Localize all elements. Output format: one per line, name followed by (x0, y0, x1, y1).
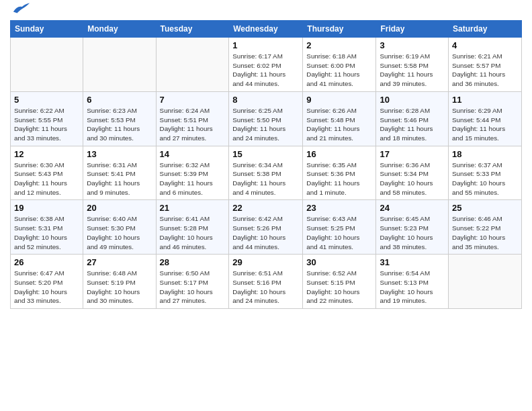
day-number: 17 (380, 149, 445, 159)
calendar-cell: 25Sunrise: 6:46 AM Sunset: 5:22 PM Dayli… (449, 200, 522, 255)
day-number: 22 (232, 203, 299, 213)
calendar-cell: 18Sunrise: 6:37 AM Sunset: 5:33 PM Dayli… (449, 146, 522, 200)
calendar-table: SundayMondayTuesdayWednesdayThursdayFrid… (10, 20, 522, 309)
day-info: Sunrise: 6:40 AM Sunset: 5:30 PM Dayligh… (87, 214, 152, 251)
calendar-cell: 15Sunrise: 6:34 AM Sunset: 5:38 PM Dayli… (229, 146, 303, 200)
week-row-1: 1Sunrise: 6:17 AM Sunset: 6:02 PM Daylig… (11, 38, 522, 92)
day-number: 5 (14, 95, 79, 105)
day-number: 1 (232, 40, 299, 50)
day-info: Sunrise: 6:22 AM Sunset: 5:55 PM Dayligh… (14, 106, 79, 143)
day-info: Sunrise: 6:24 AM Sunset: 5:51 PM Dayligh… (160, 106, 226, 143)
day-number: 15 (232, 149, 299, 159)
column-header-wednesday: Wednesday (229, 21, 303, 38)
day-info: Sunrise: 6:25 AM Sunset: 5:50 PM Dayligh… (232, 106, 299, 143)
calendar-cell: 10Sunrise: 6:28 AM Sunset: 5:46 PM Dayli… (376, 91, 449, 146)
calendar-cell: 23Sunrise: 6:43 AM Sunset: 5:25 PM Dayli… (303, 200, 376, 255)
calendar-cell: 19Sunrise: 6:38 AM Sunset: 5:31 PM Dayli… (11, 200, 83, 255)
calendar-cell: 3Sunrise: 6:19 AM Sunset: 5:58 PM Daylig… (376, 38, 449, 92)
day-info: Sunrise: 6:29 AM Sunset: 5:44 PM Dayligh… (452, 106, 518, 143)
column-header-friday: Friday (376, 21, 449, 38)
day-info: Sunrise: 6:50 AM Sunset: 5:17 PM Dayligh… (160, 269, 226, 306)
day-info: Sunrise: 6:45 AM Sunset: 5:23 PM Dayligh… (380, 214, 445, 251)
week-row-2: 5Sunrise: 6:22 AM Sunset: 5:55 PM Daylig… (11, 91, 522, 146)
logo (10, 7, 31, 15)
calendar-cell: 7Sunrise: 6:24 AM Sunset: 5:51 PM Daylig… (156, 91, 229, 146)
day-info: Sunrise: 6:26 AM Sunset: 5:48 PM Dayligh… (306, 106, 372, 143)
calendar-cell: 22Sunrise: 6:42 AM Sunset: 5:26 PM Dayli… (229, 200, 303, 255)
day-number: 8 (232, 95, 299, 105)
calendar-cell: 16Sunrise: 6:35 AM Sunset: 5:36 PM Dayli… (303, 146, 376, 200)
day-info: Sunrise: 6:21 AM Sunset: 5:57 PM Dayligh… (452, 52, 518, 89)
calendar-cell: 4Sunrise: 6:21 AM Sunset: 5:57 PM Daylig… (449, 38, 522, 92)
day-number: 7 (160, 95, 226, 105)
day-info: Sunrise: 6:28 AM Sunset: 5:46 PM Dayligh… (380, 106, 445, 143)
calendar-cell: 29Sunrise: 6:51 AM Sunset: 5:16 PM Dayli… (229, 255, 303, 309)
day-number: 30 (306, 257, 372, 267)
calendar-header-row: SundayMondayTuesdayWednesdayThursdayFrid… (11, 21, 522, 38)
column-header-sunday: Sunday (11, 21, 83, 38)
calendar-cell (449, 255, 522, 309)
calendar-cell: 5Sunrise: 6:22 AM Sunset: 5:55 PM Daylig… (11, 91, 83, 146)
day-number: 16 (306, 149, 372, 159)
calendar-cell: 26Sunrise: 6:47 AM Sunset: 5:20 PM Dayli… (11, 255, 83, 309)
day-number: 25 (452, 203, 518, 213)
calendar-cell: 20Sunrise: 6:40 AM Sunset: 5:30 PM Dayli… (83, 200, 156, 255)
day-number: 26 (14, 257, 79, 267)
calendar-cell: 1Sunrise: 6:17 AM Sunset: 6:02 PM Daylig… (229, 38, 303, 92)
day-info: Sunrise: 6:48 AM Sunset: 5:19 PM Dayligh… (87, 269, 152, 306)
day-number: 31 (380, 257, 445, 267)
day-info: Sunrise: 6:23 AM Sunset: 5:53 PM Dayligh… (87, 106, 152, 143)
header (10, 7, 522, 15)
day-info: Sunrise: 6:51 AM Sunset: 5:16 PM Dayligh… (232, 269, 299, 306)
day-number: 6 (87, 95, 152, 105)
day-number: 12 (14, 149, 79, 159)
day-number: 9 (306, 95, 372, 105)
day-info: Sunrise: 6:41 AM Sunset: 5:28 PM Dayligh… (160, 214, 226, 251)
day-number: 29 (232, 257, 299, 267)
calendar-cell: 11Sunrise: 6:29 AM Sunset: 5:44 PM Dayli… (449, 91, 522, 146)
day-info: Sunrise: 6:18 AM Sunset: 6:00 PM Dayligh… (306, 52, 372, 89)
week-row-4: 19Sunrise: 6:38 AM Sunset: 5:31 PM Dayli… (11, 200, 522, 255)
day-number: 10 (380, 95, 445, 105)
day-info: Sunrise: 6:47 AM Sunset: 5:20 PM Dayligh… (14, 269, 79, 306)
column-header-saturday: Saturday (449, 21, 522, 38)
column-header-tuesday: Tuesday (156, 21, 229, 38)
day-info: Sunrise: 6:37 AM Sunset: 5:33 PM Dayligh… (452, 161, 518, 197)
week-row-3: 12Sunrise: 6:30 AM Sunset: 5:43 PM Dayli… (11, 146, 522, 200)
day-info: Sunrise: 6:42 AM Sunset: 5:26 PM Dayligh… (232, 214, 299, 251)
day-number: 14 (160, 149, 226, 159)
calendar-cell: 17Sunrise: 6:36 AM Sunset: 5:34 PM Dayli… (376, 146, 449, 200)
day-number: 4 (452, 40, 518, 50)
day-number: 13 (87, 149, 152, 159)
calendar-cell (83, 38, 156, 92)
day-info: Sunrise: 6:35 AM Sunset: 5:36 PM Dayligh… (306, 161, 372, 197)
day-number: 2 (306, 40, 372, 50)
day-info: Sunrise: 6:31 AM Sunset: 5:41 PM Dayligh… (87, 161, 152, 197)
day-info: Sunrise: 6:36 AM Sunset: 5:34 PM Dayligh… (380, 161, 445, 197)
week-row-5: 26Sunrise: 6:47 AM Sunset: 5:20 PM Dayli… (11, 255, 522, 309)
day-info: Sunrise: 6:32 AM Sunset: 5:39 PM Dayligh… (160, 161, 226, 197)
day-number: 19 (14, 203, 79, 213)
day-info: Sunrise: 6:38 AM Sunset: 5:31 PM Dayligh… (14, 214, 79, 251)
calendar-cell: 31Sunrise: 6:54 AM Sunset: 5:13 PM Dayli… (376, 255, 449, 309)
day-number: 3 (380, 40, 445, 50)
calendar-cell: 13Sunrise: 6:31 AM Sunset: 5:41 PM Dayli… (83, 146, 156, 200)
day-number: 18 (452, 149, 518, 159)
column-header-monday: Monday (83, 21, 156, 38)
day-info: Sunrise: 6:46 AM Sunset: 5:22 PM Dayligh… (452, 214, 518, 251)
day-info: Sunrise: 6:30 AM Sunset: 5:43 PM Dayligh… (14, 161, 79, 197)
day-number: 24 (380, 203, 445, 213)
calendar-cell: 8Sunrise: 6:25 AM Sunset: 5:50 PM Daylig… (229, 91, 303, 146)
calendar-cell: 12Sunrise: 6:30 AM Sunset: 5:43 PM Dayli… (11, 146, 83, 200)
calendar-cell: 28Sunrise: 6:50 AM Sunset: 5:17 PM Dayli… (156, 255, 229, 309)
calendar-cell (156, 38, 229, 92)
calendar-cell: 30Sunrise: 6:52 AM Sunset: 5:15 PM Dayli… (303, 255, 376, 309)
calendar-cell: 21Sunrise: 6:41 AM Sunset: 5:28 PM Dayli… (156, 200, 229, 255)
day-info: Sunrise: 6:19 AM Sunset: 5:58 PM Dayligh… (380, 52, 445, 89)
day-number: 23 (306, 203, 372, 213)
day-info: Sunrise: 6:54 AM Sunset: 5:13 PM Dayligh… (380, 269, 445, 306)
day-info: Sunrise: 6:43 AM Sunset: 5:25 PM Dayligh… (306, 214, 372, 251)
calendar-cell: 6Sunrise: 6:23 AM Sunset: 5:53 PM Daylig… (83, 91, 156, 146)
day-info: Sunrise: 6:17 AM Sunset: 6:02 PM Dayligh… (232, 52, 299, 89)
calendar-cell: 14Sunrise: 6:32 AM Sunset: 5:39 PM Dayli… (156, 146, 229, 200)
